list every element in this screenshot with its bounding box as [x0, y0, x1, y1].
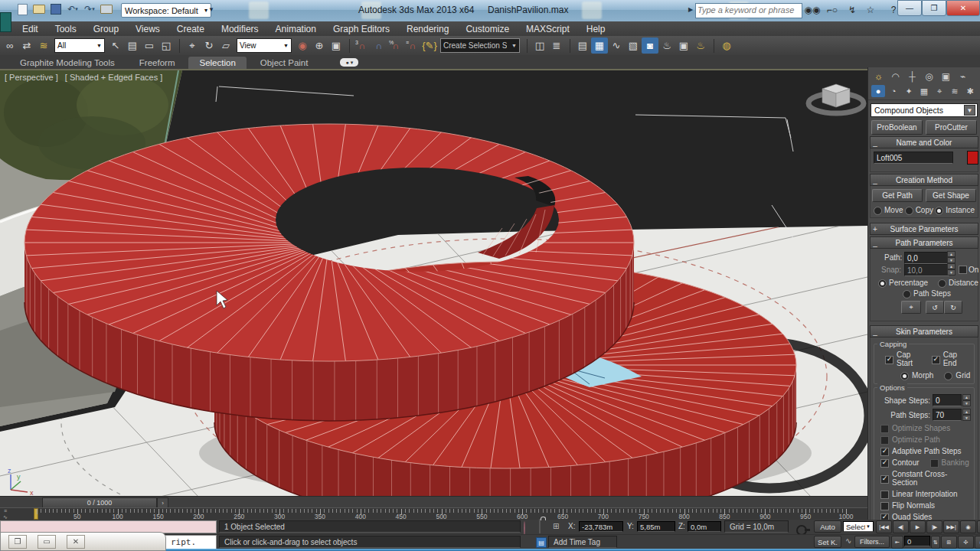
- systems-category-icon[interactable]: ✱: [963, 85, 977, 97]
- window-restore-icon[interactable]: ❐: [8, 535, 27, 549]
- rectangular-selection-region-icon[interactable]: ▭: [141, 37, 158, 54]
- curve-editor-icon[interactable]: ∿: [608, 37, 625, 54]
- go-to-start-icon[interactable]: |◀◀: [876, 520, 892, 533]
- next-frame-icon[interactable]: ›: [157, 497, 168, 508]
- loft-object-upper-ring[interactable]: [23, 122, 635, 421]
- set-key-button[interactable]: Set K.: [814, 536, 841, 548]
- spacewarps-category-icon[interactable]: ≋: [948, 85, 962, 97]
- menu-modifiers[interactable]: Modifiers: [213, 24, 267, 34]
- lights-category-icon[interactable]: ✦: [902, 85, 916, 97]
- menu-edit[interactable]: Edit: [14, 24, 47, 34]
- key-filter-dropdown[interactable]: Selected▼: [843, 521, 874, 532]
- optimize-path-checkbox[interactable]: Optimize Path: [880, 435, 940, 444]
- minimize-button[interactable]: —: [897, 0, 922, 16]
- window-crossing-icon[interactable]: ◱: [158, 37, 175, 54]
- create-tab-icon[interactable]: ☼: [871, 70, 886, 83]
- hierarchy-tab-icon[interactable]: ┼: [905, 70, 920, 83]
- use-pivot-point-icon[interactable]: ◉: [294, 37, 311, 54]
- application-button[interactable]: [0, 12, 11, 32]
- key-filters-button[interactable]: Filters...: [854, 536, 890, 548]
- cameras-category-icon[interactable]: ▦: [917, 85, 931, 97]
- path-steps-radio[interactable]: Path Steps: [903, 289, 951, 298]
- snap-toggle-3d-icon[interactable]: 3∩: [354, 41, 371, 51]
- align-icon[interactable]: ≣: [548, 37, 565, 54]
- project-folder-icon[interactable]: [100, 2, 113, 16]
- reference-coordinate-dropdown[interactable]: View▼: [237, 38, 292, 53]
- named-selection-dropdown[interactable]: Create Selection S▼: [440, 38, 520, 53]
- restore-button[interactable]: ❐: [922, 0, 946, 16]
- selection-filter-dropdown[interactable]: All▼: [54, 38, 105, 53]
- percentage-radio[interactable]: Percentage: [878, 279, 928, 287]
- menu-tools[interactable]: Tools: [47, 24, 85, 34]
- name-color-rollout-header[interactable]: _Name and Color: [870, 136, 978, 148]
- geometry-type-dropdown[interactable]: Compound Objects ▼: [871, 103, 978, 117]
- helpers-category-icon[interactable]: ⌖: [933, 85, 946, 97]
- path-steps-spinner[interactable]: ▲▼: [962, 409, 971, 421]
- select-and-scale-icon[interactable]: ▱: [217, 37, 234, 54]
- add-time-tag[interactable]: Add Time Tag: [548, 536, 617, 548]
- mirror-icon[interactable]: ◫: [531, 37, 548, 54]
- select-and-move-icon[interactable]: ⌖: [184, 37, 201, 54]
- proboolean-button[interactable]: ProBoolean: [871, 120, 923, 135]
- zoom-extents-icon[interactable]: ◉: [960, 520, 976, 533]
- select-by-name-icon[interactable]: ▤: [124, 37, 141, 54]
- redo-icon[interactable]: ↷▾: [83, 2, 96, 16]
- notification-icon[interactable]: ▤: [536, 537, 547, 548]
- render-production-icon[interactable]: ♨: [692, 37, 709, 54]
- exchange-icon[interactable]: ↯: [845, 4, 859, 16]
- menu-animation[interactable]: Animation: [267, 24, 325, 34]
- open-file-icon[interactable]: [32, 2, 46, 16]
- linear-interpolation-checkbox[interactable]: Linear Interpolation: [880, 490, 958, 498]
- current-frame-field[interactable]: 0: [904, 536, 930, 546]
- window-close-icon[interactable]: ✕: [67, 535, 85, 549]
- absolute-mode-icon[interactable]: ⊞: [553, 522, 559, 530]
- favorites-star-icon[interactable]: ☆: [864, 4, 877, 16]
- search-binoculars-icon[interactable]: ◉◉: [805, 4, 819, 16]
- floating-window-titlebar[interactable]: ❐ ▭ ✕: [0, 532, 166, 551]
- toolbar-overflow-icon[interactable]: ▼: [208, 6, 214, 13]
- flip-normals-checkbox[interactable]: Flip Normals: [880, 501, 935, 510]
- perspective-viewport[interactable]: [ Perspective ] [ Shaded + Edged Faces ]: [0, 70, 867, 496]
- dropdown-arrow-icon[interactable]: ▼: [964, 105, 975, 116]
- pan-hand-icon[interactable]: ✣: [958, 536, 974, 549]
- path-spinner[interactable]: ▲▼: [947, 251, 956, 263]
- viewport-label[interactable]: [ Perspective ] [ Shaded + Edged Faces ]: [5, 73, 167, 82]
- get-shape-button[interactable]: Get Shape: [926, 189, 976, 202]
- viewport-view-label[interactable]: [ Perspective ]: [5, 73, 58, 82]
- search-expand-icon[interactable]: ▶: [688, 6, 693, 13]
- select-and-link-icon[interactable]: ∞: [2, 37, 18, 54]
- shapes-category-icon[interactable]: ◔: [887, 85, 900, 97]
- communication-key-icon[interactable]: ⌐○: [825, 4, 839, 16]
- optimize-shapes-checkbox[interactable]: Optimize Shapes: [880, 424, 950, 432]
- edit-named-selections-icon[interactable]: {✎}: [421, 37, 438, 54]
- current-frame-marker[interactable]: [34, 508, 38, 520]
- object-name-field[interactable]: Loft005: [874, 152, 953, 164]
- geometry-category-icon[interactable]: ●: [871, 85, 885, 97]
- menu-maxscript[interactable]: MAXScript: [518, 24, 578, 34]
- adaptive-path-steps-checkbox[interactable]: Adaptive Path Steps: [880, 447, 962, 455]
- track-bar[interactable]: ≡∿ 5010015020025030035040045050055060065…: [0, 507, 867, 520]
- frame-spinner[interactable]: ⇅: [931, 536, 940, 549]
- motion-tab-icon[interactable]: ◎: [922, 70, 936, 83]
- bind-to-spacewarp-icon[interactable]: ≋: [35, 37, 52, 54]
- menu-rendering[interactable]: Rendering: [398, 24, 457, 34]
- grid-radio[interactable]: Grid: [944, 371, 970, 380]
- procutter-button[interactable]: ProCutter: [926, 120, 977, 135]
- spinner-snap-icon[interactable]: ≡∩: [404, 41, 421, 51]
- key-mode-toggle-icon[interactable]: ⇤: [891, 536, 903, 549]
- zoom-region-icon[interactable]: ⊞: [941, 536, 957, 549]
- snap-spinner[interactable]: ▲▼: [947, 263, 956, 276]
- shape-steps-field[interactable]: 0: [933, 394, 962, 406]
- graphite-ribbon-toggle-icon[interactable]: ▦: [591, 37, 608, 54]
- menu-create[interactable]: Create: [168, 24, 213, 34]
- y-coord-field[interactable]: 5,85m: [637, 521, 675, 532]
- search-input[interactable]: [696, 4, 799, 16]
- window-minimize-icon[interactable]: ▭: [38, 535, 56, 549]
- copy-radio[interactable]: Copy: [905, 206, 933, 214]
- ribbon-minimize-icon[interactable]: ● ▾: [340, 58, 358, 67]
- angle-snap-icon[interactable]: ∩: [371, 41, 387, 51]
- object-color-swatch[interactable]: [967, 151, 978, 165]
- orbit-icon[interactable]: ◯: [975, 536, 980, 549]
- zoom-all-icon[interactable]: ▦: [977, 520, 980, 533]
- search-box[interactable]: [695, 3, 802, 18]
